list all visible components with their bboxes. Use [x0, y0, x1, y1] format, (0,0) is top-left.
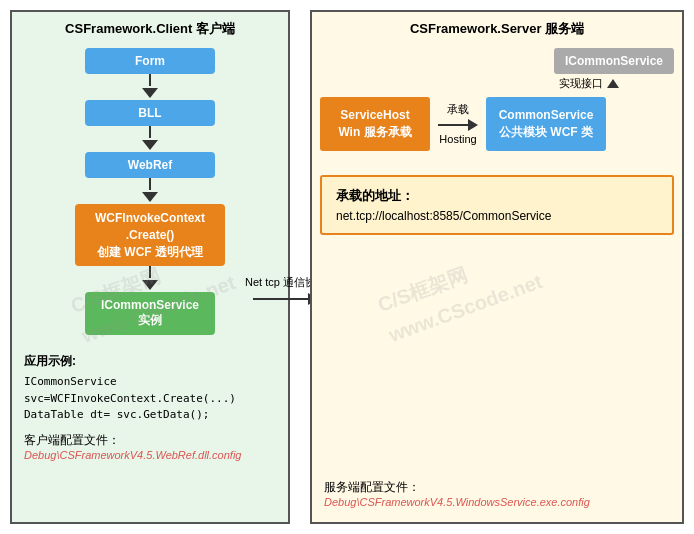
middle-row: ServiceHost Win 服务承载 承载 Hosting CommonSe…: [320, 97, 674, 151]
net-tcp-line: [253, 298, 308, 300]
left-bottom-notes: 应用示例: ICommonService svc=WCFInvokeContex…: [20, 353, 280, 461]
net-tcp-arrow-shape: [253, 293, 318, 305]
wcf-invoke-box: WCFInvokeContext .Create() 创建 WCF 透明代理: [75, 204, 225, 266]
up-arrow: [607, 79, 619, 88]
arrow-down-3: [142, 192, 158, 202]
code-line1: ICommonService svc=WCFInvokeContext.Crea…: [24, 374, 276, 407]
arrow-down-2: [142, 140, 158, 150]
arrow-right-head: [468, 119, 478, 131]
config-label-right: 服务端配置文件：: [324, 479, 670, 496]
app-example-title: 应用示例:: [24, 353, 276, 370]
flow-container: Form BLL WebRef WCFInvokeContext .Create…: [20, 48, 280, 335]
right-bottom-notes: 服务端配置文件： Debug\CSFrameworkV4.5.WindowsSe…: [320, 473, 674, 508]
bll-box: BLL: [85, 100, 215, 126]
hosting-label: Hosting: [439, 133, 476, 145]
webref-box: WebRef: [85, 152, 215, 178]
arrow-line-3: [149, 178, 151, 190]
icommon-instance-box: ICommonService 实例: [85, 292, 215, 335]
impl-label: 实现接口: [559, 76, 603, 91]
form-box: Form: [85, 48, 215, 74]
service-host-box: ServiceHost Win 服务承载: [320, 97, 430, 151]
arrow-down-1: [142, 88, 158, 98]
chengzai-arrow: 承载 Hosting: [438, 102, 478, 145]
config-value-right: Debug\CSFrameworkV4.5.WindowsService.exe…: [324, 496, 670, 508]
arrow-right-shape: [438, 119, 478, 131]
config-value-left: Debug\CSFrameworkV4.5.WebRef.dll.config: [24, 449, 276, 461]
impl-label-area: 实现接口: [559, 76, 619, 91]
arrow-line-4: [149, 266, 151, 278]
code-line2: DataTable dt= svc.GetData();: [24, 407, 276, 424]
address-url: net.tcp://localhost:8585/CommonService: [336, 209, 658, 223]
common-service-box: CommonService 公共模块 WCF 类: [486, 97, 606, 151]
arrow-right-line: [438, 124, 468, 126]
config-label-left: 客户端配置文件：: [24, 432, 276, 449]
watermark: C/S框架网 www.CScode.net: [373, 235, 547, 350]
chengzai-label: 承载: [447, 102, 469, 117]
up-arrow-head: [607, 79, 619, 88]
address-title: 承载的地址：: [336, 187, 658, 205]
arrow-line-2: [149, 126, 151, 138]
address-box: 承载的地址： net.tcp://localhost:8585/CommonSe…: [320, 175, 674, 235]
icommon-service-box: ICommonService: [554, 48, 674, 74]
left-panel-title: CSFramework.Client 客户端: [20, 20, 280, 38]
right-panel: CSFramework.Server 服务端 ICommonService 实现…: [310, 10, 684, 524]
left-panel: CSFramework.Client 客户端 Form BLL WebRef W…: [10, 10, 290, 524]
arrow-line-1: [149, 74, 151, 86]
icommon-service-section: ICommonService 实现接口: [320, 48, 674, 91]
arrow-down-4: [142, 280, 158, 290]
right-panel-title: CSFramework.Server 服务端: [320, 20, 674, 38]
diagram-wrapper: CSFramework.Client 客户端 Form BLL WebRef W…: [0, 0, 694, 534]
